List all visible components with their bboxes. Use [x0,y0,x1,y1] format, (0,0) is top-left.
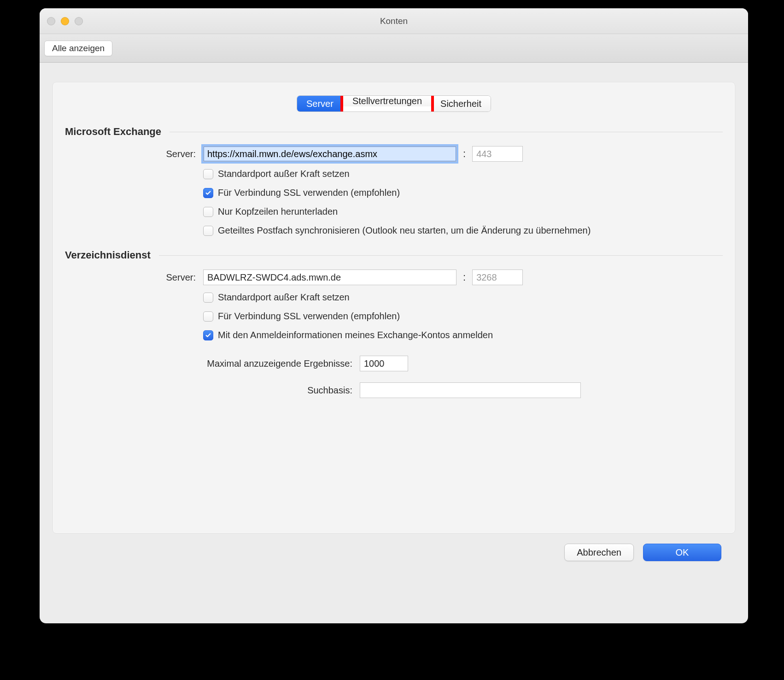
section-title-exchange: Microsoft Exchange [65,126,161,138]
max-results-label: Maximal anzuzeigende Ergebnisse: [65,358,360,369]
exchange-ssl-label: Für Verbindung SSL verwenden (empfohlen) [218,188,400,198]
cancel-button[interactable]: Abbrechen [564,544,634,561]
exchange-server-input[interactable] [203,146,456,162]
tab-security[interactable]: Sicherheit [431,96,491,111]
tab-delegates[interactable]: Stellvertretungen [343,96,431,106]
divider [159,255,723,256]
preferences-window: Konten Alle anzeigen Server Stellvertret… [40,8,748,623]
divider [170,132,723,132]
checkbox-icon[interactable] [203,207,213,217]
checkbox-icon[interactable] [203,169,213,179]
exchange-port-input[interactable] [472,146,523,162]
directory-port-input[interactable] [472,270,523,285]
exchange-headers-row[interactable]: Nur Kopfzeilen herunterladen [203,205,723,218]
port-separator: : [463,271,466,283]
search-base-label: Suchbasis: [65,385,360,396]
toolbar: Alle anzeigen [40,34,748,63]
directory-ssl-label: Für Verbindung SSL verwenden (empfohlen) [218,311,400,322]
tab-bar: Server Stellvertretungen Sicherheit [297,95,491,112]
exchange-shared-label: Geteiltes Postfach synchronisieren (Outl… [218,225,591,236]
directory-ssl-row[interactable]: Für Verbindung SSL verwenden (empfohlen) [203,310,723,323]
tab-server[interactable]: Server [297,96,343,111]
checkbox-icon[interactable] [203,330,213,340]
window-title: Konten [40,16,748,26]
ok-button[interactable]: OK [643,544,721,561]
dialog-footer: Abbrechen OK [53,533,735,561]
directory-override-port-row[interactable]: Standardport außer Kraft setzen [203,291,723,304]
checkbox-icon[interactable] [203,188,213,198]
show-all-button[interactable]: Alle anzeigen [44,41,112,56]
section-exchange: Microsoft Exchange Server: : [65,126,723,237]
exchange-server-label: Server: [65,149,203,159]
directory-override-port-label: Standardport außer Kraft setzen [218,292,350,303]
section-directory: Verzeichnisdienst Server: : [65,249,723,398]
checkbox-icon[interactable] [203,226,213,236]
directory-creds-label: Mit den Anmeldeinformationen meines Exch… [218,330,493,340]
settings-panel: Server Stellvertretungen Sicherheit Micr… [53,82,735,533]
maximize-icon[interactable] [75,17,83,25]
exchange-override-port-row[interactable]: Standardport außer Kraft setzen [203,167,723,181]
exchange-override-port-label: Standardport außer Kraft setzen [218,169,350,179]
window-controls [47,17,83,25]
exchange-ssl-row[interactable]: Für Verbindung SSL verwenden (empfohlen) [203,186,723,199]
port-separator: : [463,148,466,160]
directory-server-input[interactable] [203,270,456,285]
exchange-shared-row[interactable]: Geteiltes Postfach synchronisieren (Outl… [203,224,723,237]
checkbox-icon[interactable] [203,311,213,322]
section-title-directory: Verzeichnisdienst [65,249,151,261]
minimize-icon[interactable] [61,17,69,25]
search-base-input[interactable] [360,382,581,398]
close-icon[interactable] [47,17,55,25]
checkbox-icon[interactable] [203,293,213,303]
exchange-headers-label: Nur Kopfzeilen herunterladen [218,206,338,217]
max-results-input[interactable] [360,356,408,371]
directory-server-label: Server: [65,272,203,283]
directory-creds-row[interactable]: Mit den Anmeldeinformationen meines Exch… [203,328,723,342]
titlebar: Konten [40,8,748,34]
